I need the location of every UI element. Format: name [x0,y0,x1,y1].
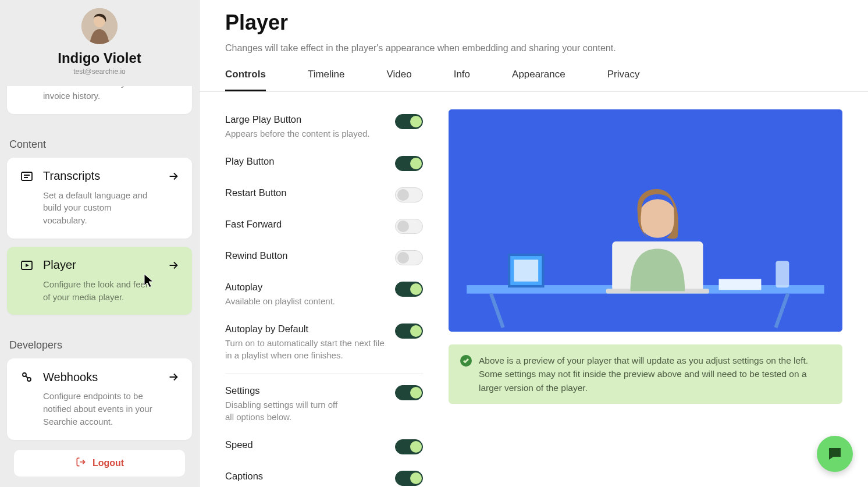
tab-timeline[interactable]: Timeline [308,69,345,91]
video-preview[interactable] [449,109,842,332]
svg-rect-13 [514,260,538,281]
notice-text: Above is a preview of your player that w… [479,354,831,394]
logout-button[interactable]: Logout [14,450,185,477]
page-title: Player [225,10,842,35]
setting-title: Speed [225,439,386,450]
setting-title: Large Play Button [225,114,386,125]
page-subtitle: Changes will take effect in the player's… [225,43,842,54]
player-icon [19,257,35,273]
sidebar: Indigo Violet test@searchie.io Invoices … [0,0,200,487]
sidebar-item-player[interactable]: Player Configure the look and feel of yo… [7,247,192,315]
setting-desc: Disabling settings will turn off all opt… [225,399,341,423]
tab-appearance[interactable]: Appearance [512,69,565,91]
card-desc: View and download your invoice history. [19,86,152,102]
setting-large-play-button: Large Play Button Appears before the con… [225,109,423,151]
setting-title: Autoplay by Default [225,324,386,335]
card-desc: Configure the look and feel of your medi… [19,278,152,304]
toggle-autoplay[interactable] [395,282,423,297]
svg-rect-14 [719,279,762,290]
setting-desc: Appears before the content is played. [225,127,386,140]
svg-rect-4 [22,172,32,180]
chat-button[interactable] [817,436,853,472]
avatar[interactable] [81,8,118,44]
setting-settings: Settings Disabling settings will turn of… [225,373,423,435]
tabs: Controls Timeline Video Info Appearance … [200,54,868,92]
setting-rewind-button: Rewind Button [225,246,423,277]
section-label-content: Content [7,122,192,158]
transcript-icon [19,168,35,184]
settings-column: Large Play Button Appears before the con… [225,109,423,487]
sidebar-scroll[interactable]: Invoices View and download your invoice … [0,86,199,446]
arrow-right-icon [166,169,180,183]
avatar-image [81,8,118,44]
card-desc: Configure endpoints to be notified about… [19,390,152,428]
setting-title: Captions [225,471,386,482]
main: Player Changes will take effect in the p… [200,0,868,487]
card-title: Transcripts [43,169,100,183]
setting-fast-forward: Fast Forward [225,214,423,246]
toggle-rewind-button[interactable] [395,250,423,265]
svg-point-16 [638,199,677,238]
arrow-right-icon [166,258,180,272]
toggle-speed[interactable] [395,439,423,454]
card-desc: Set a default language and build your cu… [19,189,152,227]
tab-controls[interactable]: Controls [225,69,266,91]
setting-title: Play Button [225,156,386,167]
toggle-restart-button[interactable] [395,187,423,202]
setting-title: Settings [225,385,386,396]
tab-info[interactable]: Info [454,69,470,91]
preview-notice: Above is a preview of your player that w… [449,344,842,404]
section-label-developers: Developers [7,323,192,358]
check-circle-icon [460,355,472,367]
toggle-large-play-button[interactable] [395,114,423,129]
logout-label: Logout [93,458,124,468]
preview-column: Above is a preview of your player that w… [449,109,842,487]
setting-restart-button: Restart Button [225,183,423,214]
arrow-right-icon [166,370,180,384]
setting-speed: Speed [225,435,423,466]
toggle-autoplay-default[interactable] [395,324,423,339]
card-title: Player [43,258,76,272]
toggle-settings[interactable] [395,385,423,400]
setting-title: Restart Button [225,187,386,198]
chat-icon [826,445,844,463]
setting-autoplay-default: Autoplay by Default Turn on to automatic… [225,319,423,373]
sidebar-item-webhooks[interactable]: Webhooks Configure endpoints to be notif… [7,358,192,439]
sidebar-item-transcripts[interactable]: Transcripts Set a default language and b… [7,158,192,239]
setting-title: Rewind Button [225,250,386,261]
toggle-play-button[interactable] [395,156,423,171]
profile-name: Indigo Violet [58,50,141,66]
setting-title: Fast Forward [225,219,386,230]
setting-desc: Turn on to automatically start the next … [225,337,386,361]
toggle-fast-forward[interactable] [395,219,423,234]
toggle-captions[interactable] [395,471,423,486]
setting-title: Autoplay [225,282,386,293]
sidebar-item-invoices[interactable]: Invoices View and download your invoice … [7,86,192,114]
profile-block: Indigo Violet test@searchie.io [0,0,199,86]
svg-rect-15 [775,261,789,287]
setting-desc: Available on playlist content. [225,295,386,307]
setting-autoplay: Autoplay Available on playlist content. [225,277,423,319]
profile-email: test@searchie.io [73,67,126,76]
setting-captions: Captions [225,466,423,487]
card-title: Webhooks [43,371,98,384]
logout-icon [75,456,87,470]
tab-video[interactable]: Video [387,69,412,91]
webhook-icon [19,369,35,385]
tab-privacy[interactable]: Privacy [607,69,640,91]
setting-play-button: Play Button [225,151,423,183]
